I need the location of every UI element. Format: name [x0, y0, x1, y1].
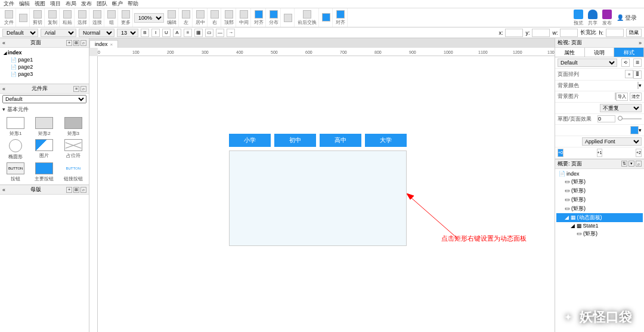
spacing-1-button[interactable]: +1 [597, 149, 603, 157]
widget-ellipse[interactable]: 椭圆形 [2, 139, 29, 160]
h-input[interactable] [606, 29, 624, 37]
tool-align-right[interactable]: 居中 [194, 8, 208, 27]
page-item[interactable]: page3 [1, 70, 88, 78]
style-update-button[interactable]: ⟲ [621, 59, 630, 67]
tool-swap[interactable]: 前后交换 [296, 8, 319, 27]
collapse-right-icon[interactable]: » [639, 40, 642, 46]
add-page-icon[interactable]: + [66, 40, 72, 46]
preview-button[interactable]: 预览 [574, 10, 583, 26]
design-dynamic-panel[interactable] [229, 150, 407, 246]
share-button[interactable]: 共享 [588, 10, 597, 26]
hidden-toggle[interactable]: 隐藏 [626, 29, 642, 37]
page-item[interactable]: page2 [1, 63, 88, 70]
style-name-select[interactable]: Default [558, 59, 617, 67]
widget-placeholder[interactable]: 占位符 [60, 139, 86, 160]
clear-button[interactable]: 清空 [630, 93, 642, 101]
widget-menu-icon[interactable]: ≡ [73, 86, 79, 92]
bg-color-swatch[interactable] [637, 82, 639, 89]
y-input[interactable] [532, 29, 550, 37]
import-button[interactable]: 导入 [616, 93, 628, 101]
add-master-icon[interactable]: + [66, 187, 72, 193]
page-item[interactable]: page1 [1, 56, 88, 63]
widget-image[interactable]: 图片 [31, 139, 57, 160]
zoom-select[interactable]: 100% [134, 13, 164, 23]
tool-distribute-v[interactable]: 分布 [267, 8, 281, 27]
italic-button[interactable]: I [151, 29, 160, 37]
border-button[interactable]: ▭ [205, 29, 213, 37]
align-center-button[interactable]: ≣ [633, 70, 642, 79]
applied-font-select[interactable]: Applied Font [582, 137, 642, 146]
tool-more[interactable]: 更多 [119, 8, 133, 27]
master-search-icon[interactable]: ⌕ [80, 187, 86, 193]
collapse-widgets-icon[interactable]: « [2, 86, 5, 92]
sketch-slider[interactable] [618, 118, 642, 119]
design-tab-2[interactable]: 初中 [274, 134, 316, 147]
collapse-icon[interactable]: « [2, 40, 5, 46]
search-icon[interactable]: ⌕ [80, 40, 86, 46]
widget-rect1[interactable]: 矩形1 [2, 117, 29, 137]
outline-state[interactable]: ◢ ▩ State1 [556, 222, 643, 229]
outline-rect[interactable]: ▭ (矩形) [556, 229, 643, 238]
sketch-color-swatch[interactable] [630, 126, 639, 134]
sketch-value-input[interactable] [597, 115, 615, 122]
tool-cut[interactable]: 剪切 [31, 8, 45, 27]
outline-filter-icon[interactable]: ▾ [628, 161, 634, 167]
style-select[interactable]: Default [2, 29, 38, 37]
widget-rect2[interactable]: 矩形2 [31, 117, 57, 137]
outline-rect[interactable]: ▭ (矩形) [556, 204, 643, 213]
tool-new[interactable]: 文件 [2, 8, 16, 27]
page-root[interactable]: index [1, 49, 88, 56]
bold-button[interactable]: B [141, 29, 149, 37]
menu-project[interactable]: 项目 [50, 0, 61, 8]
tool-open[interactable] [17, 8, 30, 27]
login-button[interactable]: 👤登录 [617, 14, 637, 22]
outline-rect[interactable]: ▭ (矩形) [556, 195, 643, 204]
spacing-2-button[interactable]: +2 [636, 149, 642, 157]
outline-rect[interactable]: ▭ (矩形) [556, 177, 643, 186]
tool-select[interactable]: 选择 [76, 8, 89, 27]
outline-dynamic-panel[interactable]: ◢ ▦ (动态面板) [556, 213, 643, 222]
weight-select[interactable]: Normal [79, 29, 114, 37]
close-tab-icon[interactable]: × [110, 42, 113, 47]
widget-group-label[interactable]: ▾ 基本元件 [0, 104, 89, 115]
menu-view[interactable]: 视图 [35, 0, 45, 8]
tab-style[interactable]: 样式 [614, 48, 644, 57]
tool-align-left[interactable]: 编辑 [165, 8, 179, 27]
outline-page[interactable]: 📄 index [556, 170, 643, 177]
arrow-button[interactable]: → [227, 29, 235, 37]
widget-lib-select[interactable]: Default [2, 95, 86, 103]
widget-link-button[interactable]: BUTTON链接按钮 [60, 162, 86, 182]
tool-distribute-h[interactable]: 对齐 [252, 8, 266, 27]
outline-sort-icon[interactable]: ⇅ [621, 161, 627, 167]
tool-group-btn[interactable]: 组 [106, 8, 118, 27]
outline-rect[interactable]: ▭ (矩形) [556, 186, 643, 195]
publish-button[interactable]: 发布 [602, 10, 612, 26]
menu-edit[interactable]: 编辑 [19, 0, 30, 8]
tool-align-bottom[interactable]: 中间 [237, 8, 251, 27]
menu-team[interactable]: 团队 [97, 0, 107, 8]
menu-publish[interactable]: 发布 [81, 0, 92, 8]
line-button[interactable]: — [216, 29, 224, 37]
menu-help[interactable]: 帮助 [128, 0, 138, 8]
tab-notes[interactable]: 说明 [585, 48, 615, 57]
collapse-masters-icon[interactable]: « [2, 187, 5, 193]
tool-lock[interactable] [282, 8, 295, 27]
tool-copy[interactable]: 复制 [46, 8, 60, 27]
widget-button[interactable]: BUTTON按钮 [2, 162, 29, 182]
widget-rect3[interactable]: 矩形3 [60, 117, 86, 137]
menu-layout[interactable]: 布局 [66, 0, 76, 8]
repeat-select[interactable]: 不重复 [600, 104, 642, 112]
tool-front[interactable] [320, 8, 333, 27]
outline-search-icon[interactable]: ⌕ [636, 161, 642, 167]
underline-button[interactable]: U [162, 29, 171, 37]
bullet-button[interactable]: ≡ [184, 29, 192, 37]
design-tab-4[interactable]: 大学 [365, 134, 407, 147]
menu-file[interactable]: 文件 [4, 0, 14, 8]
master-folder-icon[interactable]: ⊞ [73, 187, 79, 193]
menu-account[interactable]: 帐户 [112, 0, 123, 8]
design-tab-3[interactable]: 高中 [320, 134, 361, 147]
tool-align-top[interactable]: 右 [209, 8, 221, 27]
x-input[interactable] [505, 29, 523, 37]
add-folder-icon[interactable]: ⊞ [73, 40, 79, 46]
fill-button[interactable]: ▦ [194, 29, 203, 37]
